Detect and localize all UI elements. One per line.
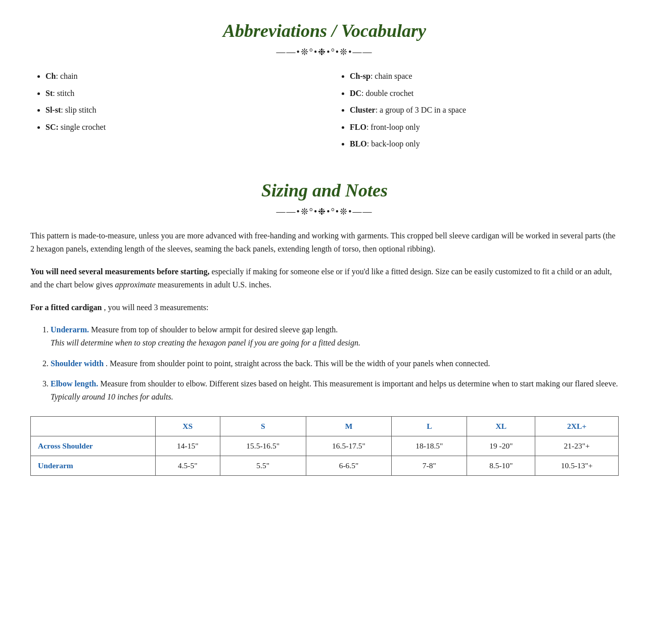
measurement-shoulder: Shoulder width . Measure from shoulder p… [51, 357, 619, 370]
table-cell-xl-across: 19 -20" [467, 436, 535, 456]
measurements-intro-italic: approximate [115, 280, 156, 289]
table-cell-s-across: 15.5-16.5" [220, 436, 306, 456]
sizing-intro: This pattern is made-to-measure, unless … [30, 229, 619, 256]
table-label-across-shoulder: Across Shoulder [31, 436, 156, 456]
measurement-elbow-italic: Typically around 10 inches for adults. [51, 392, 173, 401]
measurements-list: Underarm. Measure from top of shoulder t… [30, 323, 619, 404]
measurement-underarm-label: Underarm. [51, 325, 89, 334]
measurement-elbow-label: Elbow length. [51, 379, 98, 388]
table-cell-m-underarm: 6-6.5" [306, 456, 392, 475]
sizing-title: Sizing and Notes [30, 180, 619, 201]
table-cell-m-across: 16.5-17.5" [306, 436, 392, 456]
table-cell-2xl-underarm: 10.5-13"+ [535, 456, 619, 475]
measurements-intro-end: measurements in adult U.S. inches. [158, 280, 271, 289]
table-row-across-shoulder: Across Shoulder 14-15" 15.5-16.5" 16.5-1… [31, 436, 619, 456]
fitted-bold: For a fitted cardigan [30, 303, 102, 312]
table-cell-l-underarm: 7-8" [392, 456, 467, 475]
measurement-elbow: Elbow length. Measure from shoulder to e… [51, 377, 619, 404]
table-cell-s-underarm: 5.5" [220, 456, 306, 475]
table-header-l: L [392, 416, 467, 436]
table-cell-l-across: 18-18.5" [392, 436, 467, 456]
fitted-intro: For a fitted cardigan , you will need 3 … [30, 301, 619, 314]
table-header-2xl: 2XL+ [535, 416, 619, 436]
abbreviations-title: Abbreviations / Vocabulary [30, 20, 619, 41]
abbr-st: St: stitch [45, 87, 314, 100]
abbr-cluster: Cluster: a group of 3 DC in a space [350, 104, 619, 117]
abbreviations-columns: Ch: chain St: stitch Sl-st: slip stitch … [30, 70, 619, 155]
table-row-underarm: Underarm 4.5-5" 5.5" 6-6.5" 7-8" 8.5-10"… [31, 456, 619, 475]
abbreviations-right-col: Ch-sp: chain space DC: double crochet Cl… [335, 70, 619, 155]
abbreviations-section: Abbreviations / Vocabulary ——•❊°•❉•°•❊•—… [30, 20, 619, 155]
table-header-xs: XS [155, 416, 220, 436]
measurement-underarm: Underarm. Measure from top of shoulder t… [51, 323, 619, 350]
abbr-dc: DC: double crochet [350, 87, 619, 100]
abbr-ch-sp: Ch-sp: chain space [350, 70, 619, 83]
size-table: XS S M L XL 2XL+ Across Shoulder 14-15" … [30, 416, 619, 476]
table-cell-xs-underarm: 4.5-5" [155, 456, 220, 475]
table-header-s: S [220, 416, 306, 436]
table-cell-2xl-across: 21-23"+ [535, 436, 619, 456]
measurements-intro-bold: You will need several measurements befor… [30, 267, 209, 276]
abbr-ch: Ch: chain [45, 70, 314, 83]
fitted-rest: , you will need 3 measurements: [104, 303, 208, 312]
abbr-blo: BLO: back-loop only [350, 137, 619, 151]
sizing-section: Sizing and Notes ——•❊°•❉•°•❊•—— This pat… [30, 180, 619, 476]
abbr-sl-st: Sl-st: slip stitch [45, 104, 314, 117]
measurements-intro-paragraph: You will need several measurements befor… [30, 265, 619, 292]
table-label-underarm: Underarm [31, 456, 156, 475]
table-cell-xs-across: 14-15" [155, 436, 220, 456]
measurement-shoulder-text: . Measure from shoulder point to point, … [106, 359, 490, 368]
measurement-shoulder-label: Shoulder width [51, 359, 104, 368]
table-header-row: XS S M L XL 2XL+ [31, 416, 619, 436]
table-header-m: M [306, 416, 392, 436]
measurement-underarm-text: Measure from top of shoulder to below ar… [91, 325, 338, 334]
table-cell-xl-underarm: 8.5-10" [467, 456, 535, 475]
abbreviations-divider: ——•❊°•❉•°•❊•—— [30, 46, 619, 58]
measurement-underarm-italic: This will determine when to stop creatin… [51, 338, 360, 347]
table-header-xl: XL [467, 416, 535, 436]
measurement-elbow-text: Measure from shoulder to elbow. Differen… [100, 379, 618, 388]
abbreviations-left-col: Ch: chain St: stitch Sl-st: slip stitch … [30, 70, 314, 155]
table-header-empty [31, 416, 156, 436]
abbr-sc: SC: single crochet [45, 121, 314, 134]
sizing-divider: ——•❊°•❉•°•❊•—— [30, 206, 619, 217]
abbr-flo: FLO: front-loop only [350, 121, 619, 134]
